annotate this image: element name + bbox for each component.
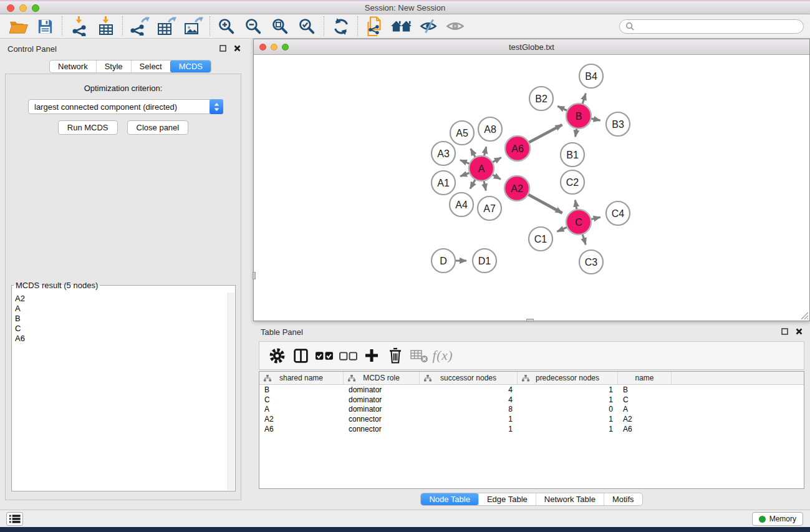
table-cell[interactable]: 4 (420, 395, 518, 404)
graph-node-D[interactable]: D (432, 249, 455, 273)
result-item[interactable]: C (15, 324, 227, 334)
search-box[interactable] (619, 19, 804, 34)
graph-node-B3[interactable]: B3 (606, 112, 630, 136)
result-item[interactable]: A (15, 304, 227, 314)
zoom-selected-button[interactable] (294, 15, 321, 37)
column-header-successor-nodes[interactable]: successor nodes (420, 372, 518, 384)
table-cell[interactable]: A6 (259, 425, 344, 433)
network-close-button[interactable] (259, 44, 266, 51)
table-cell[interactable]: A2 (259, 415, 344, 423)
graph-node-A5[interactable]: A5 (450, 121, 474, 145)
tab-mcds[interactable]: MCDS (170, 60, 211, 72)
column-header-MCDS-role[interactable]: MCDS role (344, 372, 420, 384)
graph-node-A2[interactable]: A2 (504, 176, 529, 201)
column-header-predecessor-nodes[interactable]: predecessor nodes (518, 372, 618, 384)
table-cell[interactable]: 8 (420, 405, 518, 414)
graph-node-A8[interactable]: A8 (478, 117, 502, 141)
close-panel-button[interactable]: Close panel (127, 120, 189, 135)
close-window-button[interactable] (7, 4, 14, 12)
graph-node-C3[interactable]: C3 (579, 250, 603, 274)
first-neighbors-button[interactable] (388, 15, 415, 37)
graph-node-B4[interactable]: B4 (579, 64, 603, 88)
table-cell[interactable]: C (259, 395, 344, 404)
tab-edge-table[interactable]: Edge Table (478, 493, 536, 505)
result-item[interactable]: B (15, 314, 227, 324)
export-network-button[interactable] (126, 15, 153, 37)
table-cell[interactable]: B (259, 385, 344, 394)
graph-node-A[interactable]: A (469, 156, 494, 181)
tab-style[interactable]: Style (96, 60, 131, 72)
import-table-button[interactable] (92, 15, 119, 37)
result-item[interactable]: A2 (15, 294, 227, 304)
result-item[interactable]: A6 (15, 334, 227, 344)
left-resize-handle[interactable] (253, 272, 256, 279)
zoom-fit-button[interactable] (267, 15, 294, 37)
tab-select[interactable]: Select (131, 60, 170, 72)
refresh-layout-button[interactable] (327, 15, 354, 37)
table-row[interactable]: Bdominator41B (259, 385, 804, 395)
table-row[interactable]: A2connector11A2 (259, 414, 804, 424)
export-table-button[interactable] (153, 15, 180, 37)
table-cell[interactable]: 1 (518, 395, 618, 404)
delete-column-button[interactable] (383, 343, 407, 368)
graph-node-A7[interactable]: A7 (478, 196, 501, 220)
table-row[interactable]: Cdominator41C (259, 395, 804, 405)
table-cell[interactable]: dominator (344, 395, 420, 404)
tab-network-table[interactable]: Network Table (536, 493, 604, 505)
table-cell[interactable]: A (259, 405, 344, 414)
show-graphics-details-button[interactable] (441, 15, 468, 37)
table-row[interactable]: A6connector11A6 (259, 424, 804, 434)
close-panel-icon[interactable] (796, 328, 803, 335)
table-cell[interactable]: B (618, 385, 672, 394)
minimize-window-button[interactable] (19, 4, 27, 12)
zoom-window-button[interactable] (32, 4, 39, 12)
tab-node-table[interactable]: Node Table (421, 493, 478, 505)
float-panel-icon[interactable] (781, 328, 788, 335)
table-cell[interactable]: 1 (420, 425, 518, 433)
dropdown-stepper-icon[interactable] (210, 99, 223, 114)
table-cell[interactable]: A2 (618, 415, 672, 423)
graph-node-A4[interactable]: A4 (450, 193, 473, 216)
import-network-button[interactable] (65, 15, 92, 37)
close-panel-icon[interactable] (234, 45, 241, 52)
tab-motifs[interactable]: Motifs (604, 493, 642, 505)
graph-node-C[interactable]: C (566, 210, 591, 235)
graph-node-A6[interactable]: A6 (505, 136, 530, 161)
table-cell[interactable]: 0 (518, 405, 618, 414)
clone-network-button[interactable] (361, 15, 388, 37)
bottom-resize-handle[interactable] (526, 319, 534, 322)
graph-node-C1[interactable]: C1 (529, 227, 552, 251)
search-input[interactable] (639, 22, 798, 31)
split-table-button[interactable] (289, 343, 312, 368)
save-session-button[interactable] (32, 15, 59, 37)
graph-node-B1[interactable]: B1 (561, 143, 584, 167)
network-minimize-button[interactable] (271, 44, 277, 51)
resize-grip-icon[interactable] (799, 311, 809, 320)
run-mcds-button[interactable]: Run MCDS (58, 120, 118, 135)
table-row[interactable]: Adominator80A (259, 404, 804, 414)
hide-graphics-details-button[interactable] (415, 15, 441, 37)
table-cell[interactable]: 4 (420, 385, 518, 394)
graph-node-C2[interactable]: C2 (561, 170, 584, 194)
table-mode-button[interactable] (265, 343, 289, 368)
export-image-button[interactable] (180, 15, 206, 37)
column-header-name[interactable]: name (618, 372, 672, 384)
table-cell[interactable]: A6 (618, 425, 672, 433)
network-window-titlebar[interactable]: testGlobe.txt (254, 39, 809, 55)
network-canvas[interactable]: B4B2BB3A5A8A6B1A3AC2A1A2A4A7CC4C1C3DD1 (254, 56, 809, 321)
table-cell[interactable]: connector (344, 415, 420, 423)
table-cell[interactable]: 1 (420, 415, 518, 423)
open-file-button[interactable] (5, 15, 32, 37)
add-column-button[interactable] (360, 343, 383, 368)
float-panel-icon[interactable] (219, 45, 226, 52)
table-cell[interactable]: connector (344, 425, 420, 433)
table-cell[interactable]: 1 (518, 425, 618, 433)
table-cell[interactable]: C (618, 395, 672, 404)
table-cell[interactable]: 1 (518, 415, 618, 423)
table-cell[interactable]: 1 (518, 385, 618, 394)
graph-node-B[interactable]: B (566, 104, 591, 128)
table-cell[interactable]: A (618, 405, 672, 414)
table-cell[interactable]: dominator (344, 385, 420, 394)
graph-node-A3[interactable]: A3 (432, 142, 455, 165)
zoom-in-button[interactable] (213, 15, 240, 37)
